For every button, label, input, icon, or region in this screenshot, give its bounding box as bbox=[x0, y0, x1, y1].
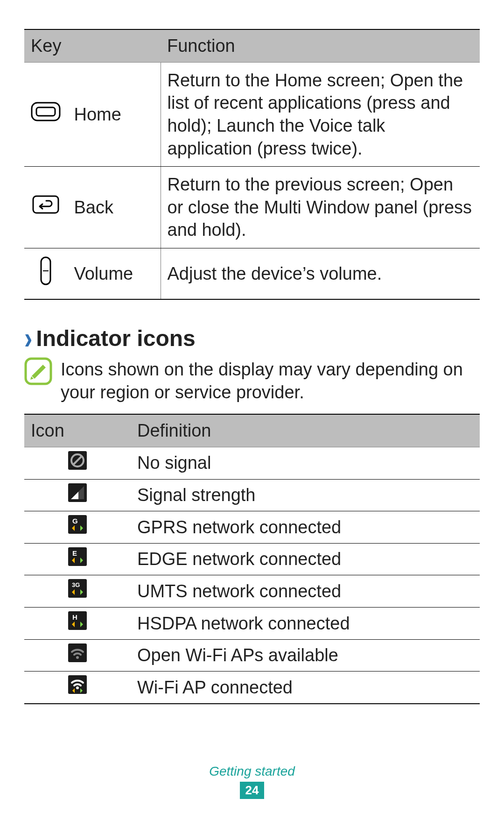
key-function: Adjust the device’s volume. bbox=[161, 248, 480, 299]
page-footer: Getting started 24 bbox=[0, 763, 504, 799]
icon-definition: Signal strength bbox=[131, 479, 480, 511]
svg-point-22 bbox=[76, 656, 79, 659]
svg-marker-14 bbox=[72, 558, 75, 563]
note-text: Icons shown on the display may vary depe… bbox=[61, 357, 480, 403]
svg-text:G: G bbox=[72, 517, 78, 525]
back-key-icon bbox=[24, 167, 67, 248]
home-key-icon bbox=[24, 62, 67, 167]
icon-definition: No signal bbox=[131, 447, 480, 479]
icon-definition: GPRS network connected bbox=[131, 511, 480, 544]
indicator-icons-table: Icon Definition No signal Signal strengt… bbox=[24, 414, 480, 704]
table-row: E EDGE network connected bbox=[24, 543, 480, 575]
icon-definition: Open Wi-Fi APs available bbox=[131, 639, 480, 671]
svg-marker-17 bbox=[72, 589, 75, 595]
svg-marker-25 bbox=[80, 688, 83, 693]
table-row: 3G UMTS network connected bbox=[24, 575, 480, 608]
table-row: Back Return to the previous screen; Open… bbox=[24, 167, 480, 248]
note-icon bbox=[24, 357, 52, 391]
icon-definition: Wi-Fi AP connected bbox=[131, 671, 480, 704]
svg-marker-24 bbox=[72, 688, 75, 693]
no-signal-icon bbox=[24, 447, 131, 479]
key-name: Back bbox=[67, 167, 161, 248]
svg-rect-2 bbox=[33, 196, 58, 213]
chevron-icon: › bbox=[24, 323, 32, 354]
icon-definition: HSDPA network connected bbox=[131, 608, 480, 640]
svg-marker-20 bbox=[72, 622, 75, 627]
edge-network-icon: E bbox=[24, 543, 131, 575]
table-row: G GPRS network connected bbox=[24, 511, 480, 544]
umts-network-icon: 3G bbox=[24, 575, 131, 608]
svg-rect-1 bbox=[36, 107, 55, 116]
key-function: Return to the Home screen; Open the list… bbox=[161, 62, 480, 167]
svg-marker-18 bbox=[80, 589, 83, 595]
svg-text:E: E bbox=[72, 549, 77, 557]
volume-key-icon bbox=[24, 248, 67, 299]
table-row: No signal bbox=[24, 447, 480, 479]
signal-strength-icon bbox=[24, 479, 131, 511]
svg-marker-11 bbox=[72, 525, 75, 531]
table-row: Wi-Fi AP connected bbox=[24, 671, 480, 704]
footer-section-name: Getting started bbox=[0, 763, 504, 780]
svg-point-23 bbox=[76, 686, 79, 689]
keys-header-key: Key bbox=[24, 29, 161, 62]
note-box: Icons shown on the display may vary depe… bbox=[24, 357, 480, 403]
table-row: H HSDPA network connected bbox=[24, 608, 480, 640]
keys-header-function: Function bbox=[161, 29, 480, 62]
section-title: Indicator icons bbox=[36, 324, 195, 353]
table-row: Volume Adjust the device’s volume. bbox=[24, 248, 480, 299]
icon-definition: UMTS network connected bbox=[131, 575, 480, 608]
table-row: Signal strength bbox=[24, 479, 480, 511]
svg-marker-21 bbox=[80, 622, 83, 627]
svg-line-7 bbox=[73, 456, 82, 465]
table-row: Open Wi-Fi APs available bbox=[24, 639, 480, 671]
icon-definition: EDGE network connected bbox=[131, 543, 480, 575]
page-number: 24 bbox=[240, 782, 265, 799]
wifi-connected-icon bbox=[24, 671, 131, 704]
svg-marker-15 bbox=[80, 558, 83, 563]
svg-marker-12 bbox=[80, 525, 83, 531]
icons-header-definition: Definition bbox=[131, 414, 480, 447]
table-row: Home Return to the Home screen; Open the… bbox=[24, 62, 480, 167]
gprs-network-icon: G bbox=[24, 511, 131, 544]
keys-table: Key Function Home Return to the Home scr… bbox=[24, 29, 480, 300]
svg-marker-9 bbox=[71, 492, 78, 499]
wifi-available-icon bbox=[24, 639, 131, 671]
section-heading-indicator-icons: › Indicator icons bbox=[24, 324, 480, 353]
svg-text:H: H bbox=[72, 613, 77, 621]
icons-header-icon: Icon bbox=[24, 414, 131, 447]
key-name: Volume bbox=[67, 248, 161, 299]
key-name: Home bbox=[67, 62, 161, 167]
svg-text:3G: 3G bbox=[72, 581, 80, 588]
hsdpa-network-icon: H bbox=[24, 608, 131, 640]
key-function: Return to the previous screen; Open or c… bbox=[161, 167, 480, 248]
